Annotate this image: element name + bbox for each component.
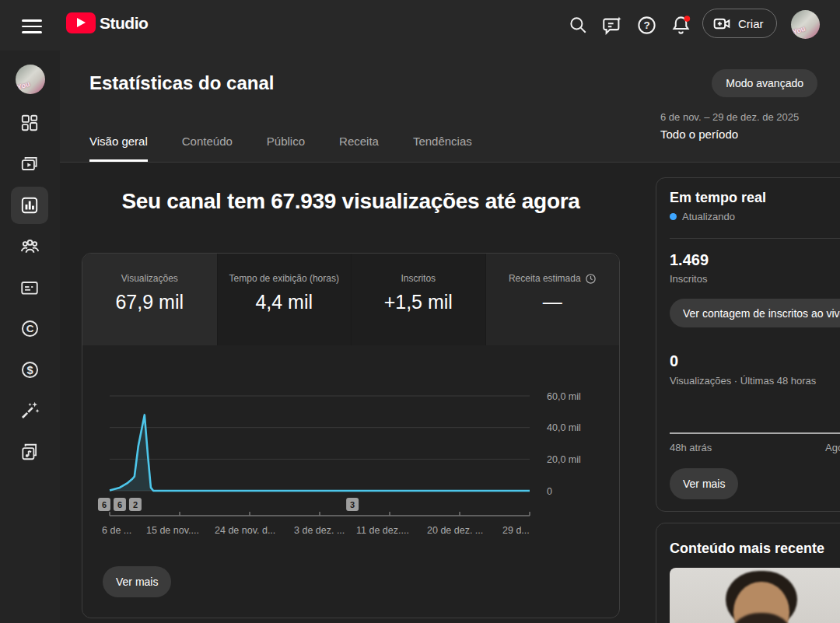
- realtime-views-label: Visualizações · Últimas 48 horas: [670, 375, 816, 387]
- feedback-icon[interactable]: [600, 12, 625, 37]
- analytics-icon: [19, 195, 40, 215]
- account-avatar[interactable]: You: [791, 10, 820, 39]
- top-bar: Studio ? Criar You: [0, 0, 840, 51]
- metric-tabs-row: Visualizações 67,9 mil Tempo de exibição…: [82, 254, 619, 345]
- svg-text:?: ?: [643, 19, 649, 31]
- sparkline-end-label: Agora: [825, 442, 840, 453]
- latest-video-thumbnail[interactable]: [670, 568, 840, 623]
- copyright-icon: C: [19, 318, 40, 339]
- svg-text:11 de dez....: 11 de dez....: [356, 525, 409, 536]
- search-icon[interactable]: [565, 12, 590, 37]
- dashboard-icon: [19, 113, 40, 133]
- see-more-button[interactable]: Ver mais: [103, 566, 171, 597]
- overview-card: Visualizações 67,9 mil Tempo de exibição…: [82, 253, 620, 618]
- tab-tendencias[interactable]: Tendências: [413, 124, 472, 162]
- sidebar: You: [0, 51, 60, 623]
- studio-wordmark: Studio: [100, 14, 148, 33]
- content-icon: [19, 154, 40, 174]
- analytics-header: Estatísticas do canal Visão geral Conteú…: [60, 51, 840, 163]
- tab-visao-geral[interactable]: Visão geral: [89, 124, 148, 162]
- metric-tab-revenue[interactable]: Receita estimada —: [485, 254, 620, 345]
- sidebar-item-copyright[interactable]: C: [11, 310, 48, 347]
- customization-wand-icon: [19, 400, 40, 421]
- svg-text:40,0 mil: 40,0 mil: [547, 422, 581, 433]
- tab-receita[interactable]: Receita: [339, 124, 379, 162]
- tab-conteudo[interactable]: Conteúdo: [182, 124, 233, 162]
- live-updating-dot-icon: [670, 213, 677, 220]
- analytics-tabs: Visão geral Conteúdo Público Receita Ten…: [89, 124, 506, 162]
- realtime-subscribers-label: Inscritos: [670, 273, 707, 285]
- date-period-text: Todo o período: [660, 128, 799, 141]
- notification-badge: [684, 16, 690, 22]
- sidebar-item-customization[interactable]: [11, 391, 48, 429]
- realtime-card: Em tempo real Atualizando 1.469 Inscrito…: [656, 177, 840, 512]
- svg-text:20,0 mil: 20,0 mil: [547, 454, 581, 465]
- svg-text:15 de nov....: 15 de nov....: [146, 525, 199, 536]
- divider: [670, 238, 840, 239]
- sidebar-item-monetization[interactable]: $: [11, 351, 48, 388]
- realtime-status: Atualizando: [670, 211, 735, 222]
- sidebar-item-analytics[interactable]: [11, 187, 48, 224]
- youtube-play-icon: [66, 12, 96, 33]
- help-icon[interactable]: ?: [634, 12, 659, 37]
- svg-text:2: 2: [133, 500, 138, 509]
- metric-tab-watch-time[interactable]: Tempo de exibição (horas) 4,4 mil: [217, 254, 352, 345]
- svg-text:6: 6: [102, 500, 107, 509]
- sidebar-item-dashboard[interactable]: [11, 104, 48, 142]
- svg-text:60,0 mil: 60,0 mil: [547, 391, 581, 402]
- community-icon: [19, 236, 40, 257]
- youtube-studio-logo[interactable]: Studio: [66, 12, 148, 33]
- sidebar-item-subtitles[interactable]: [11, 269, 48, 306]
- realtime-title: Em tempo real: [670, 190, 766, 206]
- video-camera-plus-icon: [712, 14, 732, 33]
- menu-icon[interactable]: [22, 16, 42, 34]
- svg-text:6 de ...: 6 de ...: [102, 525, 131, 536]
- notifications-bell-icon[interactable]: [668, 12, 693, 37]
- svg-text:$: $: [26, 363, 33, 376]
- svg-text:20 de dez. ...: 20 de dez. ...: [427, 525, 483, 536]
- svg-text:0: 0: [547, 486, 552, 497]
- channel-avatar[interactable]: You: [16, 65, 45, 94]
- page-title: Estatísticas do canal: [89, 72, 274, 94]
- metric-tab-views[interactable]: Visualizações 67,9 mil: [82, 254, 217, 345]
- svg-text:C: C: [26, 323, 33, 334]
- realtime-see-more-button[interactable]: Ver mais: [670, 468, 738, 499]
- monetization-icon: $: [19, 359, 40, 380]
- date-range-text: 6 de nov. – 29 de dez. de 2025: [660, 111, 799, 123]
- date-range-picker[interactable]: 6 de nov. – 29 de dez. de 2025 Todo o pe…: [660, 111, 799, 141]
- realtime-views-value: 0: [670, 352, 678, 370]
- svg-text:3 de dez. ...: 3 de dez. ...: [294, 525, 345, 536]
- advanced-mode-button[interactable]: Modo avançado: [712, 69, 817, 97]
- svg-text:6: 6: [117, 500, 122, 509]
- realtime-48h-sparkline: [670, 432, 840, 434]
- create-button[interactable]: Criar: [702, 9, 777, 38]
- tab-publico[interactable]: Público: [267, 124, 305, 162]
- realtime-subscribers-value: 1.469: [670, 251, 709, 269]
- svg-text:29 d...: 29 d...: [502, 525, 530, 536]
- sidebar-item-content[interactable]: [11, 145, 48, 183]
- audio-library-icon: [19, 442, 40, 462]
- live-subscriber-count-button[interactable]: Ver contagem de inscritos ao vivo: [670, 299, 840, 327]
- clock-icon: [585, 273, 597, 285]
- svg-text:3: 3: [350, 500, 355, 509]
- sparkline-start-label: 48h atrás: [670, 442, 712, 453]
- sidebar-item-community[interactable]: [11, 228, 48, 265]
- subtitles-icon: [19, 278, 40, 298]
- latest-content-card: Conteúdo mais recente: [656, 523, 840, 623]
- create-button-label: Criar: [738, 17, 764, 30]
- metric-tab-subscribers[interactable]: Inscritos +1,5 mil: [351, 254, 485, 345]
- views-headline: Seu canal tem 67.939 visualizações até a…: [82, 189, 620, 214]
- svg-text:24 de nov. d...: 24 de nov. d...: [215, 525, 275, 536]
- sidebar-item-audio-library[interactable]: [11, 433, 48, 471]
- latest-content-title: Conteúdo mais recente: [670, 541, 824, 557]
